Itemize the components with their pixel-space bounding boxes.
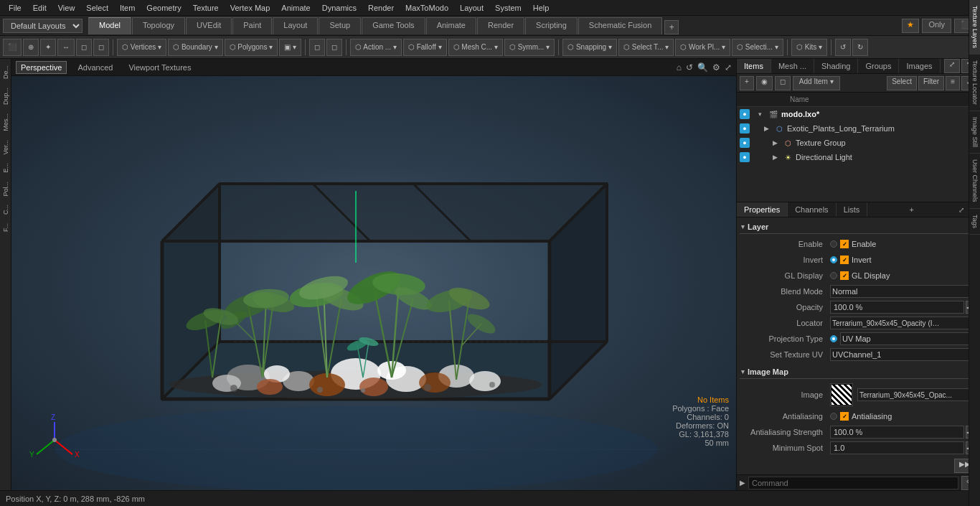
star-button[interactable]: ★ [902,19,919,33]
tex-tab-user-channels[interactable]: User Channels [969,154,980,209]
tab-images[interactable]: Images [899,59,940,73]
tab-topology[interactable]: Topology [132,17,185,34]
item-label-texgrp[interactable]: Texture Group [796,139,977,147]
tab-setup[interactable]: Setup [319,17,361,34]
item-expand-root[interactable]: ▾ [758,111,765,118]
shape-btn[interactable]: ◻ [76,39,92,56]
only-button[interactable]: Only [922,19,951,33]
vp-icon-refresh[interactable]: ↺ [686,62,693,72]
item-label-light[interactable]: Directional Light [796,153,977,161]
section-arrow-layer[interactable]: ▾ [741,223,745,230]
vp-icon-expand[interactable]: ⤢ [725,62,732,72]
item-vis-root[interactable]: ● [740,109,750,119]
left-tab-f[interactable]: F... [0,220,11,235]
vp-icon-zoom[interactable]: 🔍 [697,62,708,72]
items-expand-btn[interactable]: ⤢ [944,59,960,73]
vp-icon-home[interactable]: ⌂ [677,62,682,72]
section-arrow-image[interactable]: ▾ [741,368,745,375]
enable-radio[interactable] [830,240,837,248]
invert-checkbox[interactable]: ✓ [840,256,849,264]
tab-paint[interactable]: Paint [232,17,272,34]
tab-mesh[interactable]: Mesh ... [771,59,814,73]
left-tab-dup[interactable]: Dup... [0,84,11,108]
menu-help[interactable]: Help [527,2,555,14]
symm2-btn[interactable]: ◻ [326,39,342,56]
vp-icon-settings[interactable]: ⚙ [712,62,720,72]
move-btn[interactable]: ↔ [57,39,75,56]
locator-dropdown[interactable]: Terrarium_90x45x45_Opacity (Ima ... ▾ [830,317,976,329]
menu-animate[interactable]: Animate [275,2,316,14]
select-t-btn[interactable]: ⬡ Select T... ▾ [618,39,674,56]
symm1-btn[interactable]: ◻ [309,39,325,56]
gl-radio[interactable] [830,272,837,279]
cmd-arrow[interactable]: ▶ [740,479,745,487]
redo-btn[interactable]: ↻ [852,39,868,56]
item-label-mesh[interactable]: Exotic_Plants_Long_Terrarium [787,124,977,133]
symm-menu-btn[interactable]: ⬡ Symm... ▾ [504,39,555,56]
item-vis-mesh[interactable]: ● [740,123,750,133]
select-btn[interactable]: Select [887,76,917,90]
action-dropdown[interactable]: ⬡ Action ... ▾ [350,39,402,56]
vp-tab-textures[interactable]: Viewport Textures [123,61,196,74]
tab-shading[interactable]: Shading [814,59,858,73]
left-tab-pol[interactable]: Pol... [0,178,11,200]
tab-groups[interactable]: Groups [858,59,899,73]
item-expand-light[interactable]: ▶ [773,154,780,161]
falloff-dropdown[interactable]: ⬡ Falloff ▾ [403,39,447,56]
tab-channels[interactable]: Channels [788,202,836,217]
item-expand-texgrp[interactable]: ▶ [773,139,780,146]
blend-mode-dropdown[interactable]: Normal ▾ [830,285,976,298]
item-root[interactable]: ● ▾ 🎬 modo.lxo* [737,107,980,121]
vp-tab-advanced[interactable]: Advanced [72,61,118,74]
center-btn[interactable]: ⊕ [23,39,39,56]
item-texgrp[interactable]: ● ▶ ⬡ Texture Group [737,136,980,150]
tab-add[interactable]: + [664,20,679,34]
enable-checkbox[interactable]: ✓ [840,240,849,248]
aa-strength-input[interactable] [830,426,964,439]
item-vis-texgrp[interactable]: ● [740,138,750,148]
workpl-btn[interactable]: ⬡ Work Pl... ▾ [675,39,730,56]
layout-dropdown[interactable]: Default Layouts [3,19,83,33]
item-vis-light[interactable]: ● [740,152,750,162]
min-spot-input[interactable] [830,441,964,454]
menu-select[interactable]: Select [80,2,114,14]
menu-vertexmap[interactable]: Vertex Map [225,2,276,14]
menu-edit[interactable]: Edit [27,2,52,14]
tab-properties[interactable]: Properties [737,202,788,217]
left-tab-mes[interactable]: Mes... [0,110,11,135]
vertices-dropdown[interactable]: ⬡ Vertices ▾ [117,39,166,56]
filter-btn[interactable]: Filter [918,76,944,90]
item-light[interactable]: ● ▶ ☀ Directional Light [737,150,980,164]
menu-system[interactable]: System [489,2,527,14]
tab-scripting[interactable]: Scripting [525,17,578,34]
undo-btn[interactable]: ↺ [835,39,851,56]
tab-model[interactable]: Model [88,17,131,34]
menu-file[interactable]: File [3,2,27,14]
aa-checkbox[interactable]: ✓ [840,412,849,421]
tab-gametools[interactable]: Game Tools [362,17,425,34]
tab-items[interactable]: Items [737,59,771,73]
shape2-btn[interactable]: ◻ [93,39,109,56]
tex-tab-locator[interactable]: Texture Locator [969,59,980,111]
menu-geometry[interactable]: Geometry [141,2,187,14]
viewport-canvas[interactable]: No Items Polygons : Face Channels: 0 Def… [11,76,736,490]
menu-item[interactable]: Item [114,2,141,14]
menu-render[interactable]: Render [362,2,400,14]
projection-radio[interactable] [830,335,837,342]
tab-uvedit[interactable]: UVEdit [186,17,232,34]
items-plus-btn[interactable]: + [740,76,754,90]
add-item-btn[interactable]: Add Item ▾ [793,76,840,90]
new-scene-btn[interactable]: ⬛ [3,39,22,56]
tex-tab-tags[interactable]: Tags [969,209,980,235]
left-tab-c[interactable]: C... [0,201,11,218]
item-mesh[interactable]: ● ▶ ⬡ Exotic_Plants_Long_Terrarium [737,121,980,136]
invert-radio[interactable] [830,256,837,263]
items-vis-btn[interactable]: ◉ [756,76,773,90]
tab-schematic[interactable]: Schematic Fusion [578,17,662,34]
items-lock-btn[interactable]: ◻ [775,76,791,90]
tab-add-props[interactable]: + [905,202,918,217]
menu-view[interactable]: View [52,2,81,14]
selecti-btn[interactable]: ⬡ Selecti... ▾ [732,39,783,56]
props-expand-icon[interactable]: ⤢ [956,203,967,217]
left-tab-e[interactable]: E... [0,159,11,177]
